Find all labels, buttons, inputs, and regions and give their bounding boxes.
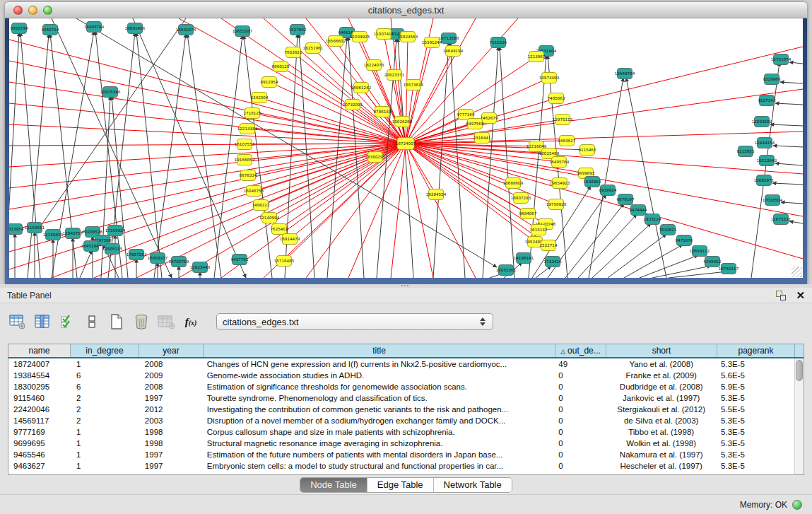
black-edge[interactable] bbox=[770, 124, 803, 126]
red-edge[interactable] bbox=[406, 51, 453, 144]
red-edge[interactable] bbox=[179, 18, 406, 144]
table-row[interactable]: 969969511998Structural magnetic resonanc… bbox=[8, 438, 794, 449]
table-row[interactable]: 1872400712008Changes of HCN gene express… bbox=[8, 358, 794, 370]
column-header-out_de[interactable]: △out_de... bbox=[555, 344, 606, 357]
yellow-node[interactable]: 14649194 bbox=[443, 46, 464, 57]
teal-node[interactable]: 9055734 bbox=[11, 23, 28, 34]
red-edge[interactable] bbox=[391, 144, 406, 278]
yellow-node[interactable]: 20823371 bbox=[384, 70, 405, 81]
red-edge[interactable] bbox=[406, 144, 513, 183]
teal-node[interactable]: 18742117 bbox=[719, 264, 739, 274]
teal-node[interactable]: 8938924 bbox=[599, 185, 617, 196]
yellow-node[interactable]: 19166852 bbox=[235, 155, 254, 165]
yellow-node[interactable]: 19654923 bbox=[550, 178, 570, 189]
black-edge[interactable] bbox=[9, 33, 19, 278]
hub-node[interactable]: 18724007 bbox=[396, 138, 416, 150]
teal-node[interactable]: 9474444 bbox=[630, 205, 647, 216]
function-builder-button[interactable]: f(x) bbox=[182, 313, 200, 330]
yellow-node[interactable]: 10688609 bbox=[503, 178, 524, 189]
black-edge[interactable] bbox=[500, 47, 514, 278]
yellow-node[interactable]: 12213383 bbox=[237, 124, 258, 134]
yellow-node[interactable]: 7625402 bbox=[271, 224, 288, 235]
teal-node[interactable]: 10654112 bbox=[690, 246, 710, 257]
black-edge[interactable] bbox=[37, 18, 186, 230]
black-edge[interactable] bbox=[780, 82, 803, 83]
yellow-node[interactable]: 18224078 bbox=[364, 60, 384, 71]
red-edge[interactable] bbox=[406, 132, 803, 144]
red-edge[interactable] bbox=[254, 144, 406, 191]
black-edge[interactable] bbox=[299, 34, 314, 278]
black-edge[interactable] bbox=[592, 223, 651, 278]
teal-node[interactable]: 17957253 bbox=[126, 250, 147, 260]
black-edge[interactable] bbox=[789, 221, 803, 223]
teal-node[interactable]: 2933114 bbox=[644, 214, 661, 225]
black-edge[interactable] bbox=[781, 202, 803, 204]
teal-node[interactable]: 15751074 bbox=[771, 54, 792, 65]
yellow-node[interactable]: 16914479 bbox=[280, 234, 300, 245]
yellow-node[interactable]: 16107553 bbox=[235, 139, 255, 150]
teal-node[interactable]: 16782759 bbox=[169, 257, 189, 267]
teal-node[interactable]: 6879197 bbox=[617, 194, 635, 205]
yellow-node[interactable]: 3498222 bbox=[252, 200, 270, 211]
scrollbar-thumb[interactable] bbox=[796, 360, 803, 381]
black-edge[interactable] bbox=[578, 214, 637, 278]
black-edge[interactable] bbox=[772, 183, 803, 185]
table-mode-button[interactable] bbox=[8, 313, 27, 330]
resize-grip[interactable] bbox=[792, 267, 802, 277]
yellow-node[interactable]: 19384554 bbox=[426, 189, 447, 200]
float-panel-icon[interactable] bbox=[776, 291, 786, 300]
yellow-node[interactable]: 10391244 bbox=[422, 37, 442, 48]
yellow-node[interactable]: 1615132 bbox=[530, 225, 548, 235]
column-checklist-button[interactable] bbox=[58, 313, 76, 330]
yellow-node[interactable]: 16495764 bbox=[549, 157, 570, 168]
teal-node[interactable]: 16958107 bbox=[148, 253, 168, 264]
yellow-node[interactable]: 19756928 bbox=[546, 199, 567, 210]
yellow-node[interactable]: 15716485 bbox=[274, 256, 295, 267]
yellow-node[interactable]: 8660128 bbox=[272, 62, 290, 72]
teal-node[interactable]: 8471676 bbox=[676, 235, 693, 246]
yellow-node[interactable]: 9684067 bbox=[519, 209, 537, 219]
table-row[interactable]: 1456911722003Disruption of a novel membe… bbox=[8, 415, 794, 426]
black-edge[interactable] bbox=[608, 234, 666, 278]
teal-node[interactable]: 9227343 bbox=[758, 95, 776, 106]
column-header-short[interactable]: short bbox=[606, 344, 717, 357]
red-edge[interactable] bbox=[306, 144, 406, 278]
yellow-node[interactable]: 2718126 bbox=[244, 108, 261, 119]
teal-node[interactable]: 1733426 bbox=[544, 257, 562, 267]
yellow-node[interactable]: 2342004 bbox=[251, 93, 269, 103]
teal-node[interactable]: 16055361 bbox=[496, 265, 517, 276]
teal-node[interactable]: 9329966 bbox=[763, 74, 781, 85]
window-titlebar[interactable]: citations_edges.txt bbox=[5, 2, 807, 18]
teal-node[interactable]: 18931574 bbox=[176, 25, 196, 35]
table-row[interactable]: 911546021997Tourette syndrome. Phenomeno… bbox=[8, 392, 794, 404]
column-header-name[interactable]: name bbox=[8, 344, 71, 357]
yellow-node[interactable]: 9115460 bbox=[579, 145, 596, 156]
yellow-node[interactable]: 8878334 bbox=[240, 170, 257, 181]
yellow-node[interactable]: 18300295 bbox=[365, 152, 386, 163]
yellow-node[interactable]: 15573816 bbox=[404, 80, 424, 90]
column-visibility-button[interactable] bbox=[33, 313, 52, 330]
teal-node[interactable]: 11150811 bbox=[25, 223, 45, 233]
column-header-title[interactable]: title bbox=[204, 344, 555, 357]
tab-network-table[interactable]: Network Table bbox=[434, 478, 512, 492]
yellow-node[interactable]: 20732091 bbox=[343, 100, 363, 110]
black-edge[interactable] bbox=[20, 33, 40, 278]
yellow-node[interactable]: 15824563 bbox=[398, 32, 418, 42]
yellow-node[interactable]: 15026268 bbox=[392, 117, 413, 127]
teal-node[interactable]: 1640953 bbox=[584, 177, 601, 187]
teal-node[interactable]: 8215955 bbox=[737, 146, 755, 157]
table-row[interactable]: 977716911998Corpus callosum shape and si… bbox=[8, 426, 794, 438]
black-edge[interactable] bbox=[652, 266, 711, 278]
delete-column-button[interactable] bbox=[132, 313, 151, 330]
black-edge[interactable] bbox=[775, 103, 803, 105]
teal-node[interactable]: 16451947 bbox=[81, 241, 102, 252]
red-edge[interactable] bbox=[406, 144, 521, 198]
teal-node[interactable]: 11156829 bbox=[43, 230, 64, 240]
table-scrollbar[interactable] bbox=[794, 358, 804, 474]
teal-node[interactable]: 1527602 bbox=[289, 25, 307, 35]
yellow-node[interactable]: 7663822 bbox=[285, 47, 302, 58]
black-edge[interactable] bbox=[789, 62, 803, 64]
black-edge[interactable] bbox=[483, 47, 498, 278]
create-column-button[interactable] bbox=[107, 313, 126, 330]
yellow-node[interactable]: 2316441 bbox=[473, 133, 491, 144]
